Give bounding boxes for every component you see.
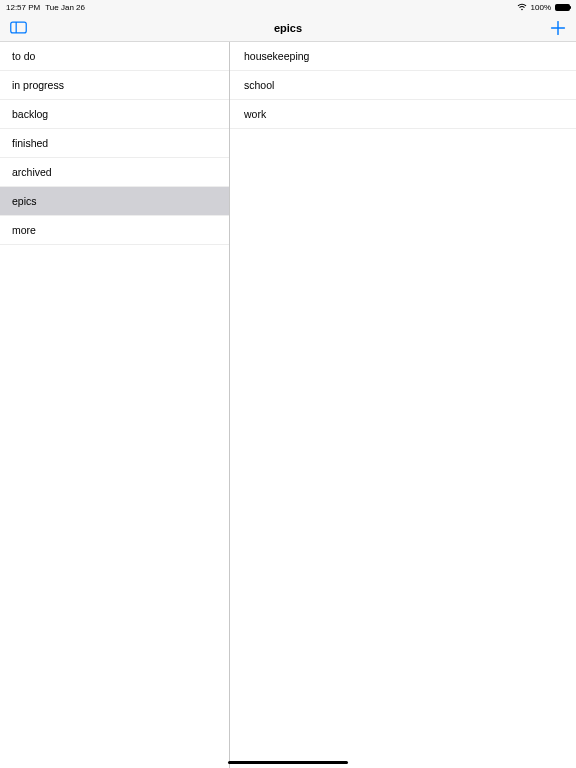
sidebar: to doin progressbacklogfinishedarchivede… [0, 42, 230, 768]
list-item-label: housekeeping [244, 50, 309, 62]
sidebar-item-in-progress[interactable]: in progress [0, 71, 229, 100]
sidebar-item-label: in progress [12, 79, 64, 91]
sidebar-item-backlog[interactable]: backlog [0, 100, 229, 129]
add-button[interactable] [550, 20, 566, 36]
sidebar-item-epics[interactable]: epics [0, 187, 229, 216]
battery-icon [555, 4, 570, 11]
sidebar-toggle-icon[interactable] [10, 21, 27, 34]
list-item-label: school [244, 79, 274, 91]
page-title: epics [0, 22, 576, 34]
nav-bar: epics [0, 14, 576, 42]
status-right: 100% [517, 3, 570, 12]
list-item-school[interactable]: school [230, 71, 576, 100]
sidebar-item-to-do[interactable]: to do [0, 42, 229, 71]
sidebar-item-label: archived [12, 166, 52, 178]
wifi-icon [517, 3, 527, 11]
sidebar-item-label: to do [12, 50, 35, 62]
sidebar-item-label: backlog [12, 108, 48, 120]
status-left: 12:57 PM Tue Jan 26 [6, 3, 85, 12]
list-item-label: work [244, 108, 266, 120]
sidebar-item-label: finished [12, 137, 48, 149]
sidebar-item-more[interactable]: more [0, 216, 229, 245]
sidebar-item-archived[interactable]: archived [0, 158, 229, 187]
split-view: to doin progressbacklogfinishedarchivede… [0, 42, 576, 768]
sidebar-item-label: epics [12, 195, 37, 207]
content: housekeepingschoolwork [230, 42, 576, 768]
sidebar-item-label: more [12, 224, 36, 236]
status-battery-percent: 100% [531, 3, 551, 12]
status-bar: 12:57 PM Tue Jan 26 100% [0, 0, 576, 14]
list-item-housekeeping[interactable]: housekeeping [230, 42, 576, 71]
status-date: Tue Jan 26 [45, 3, 85, 12]
sidebar-item-finished[interactable]: finished [0, 129, 229, 158]
status-time: 12:57 PM [6, 3, 40, 12]
list-item-work[interactable]: work [230, 100, 576, 129]
svg-rect-0 [11, 22, 26, 33]
home-indicator [228, 761, 348, 764]
